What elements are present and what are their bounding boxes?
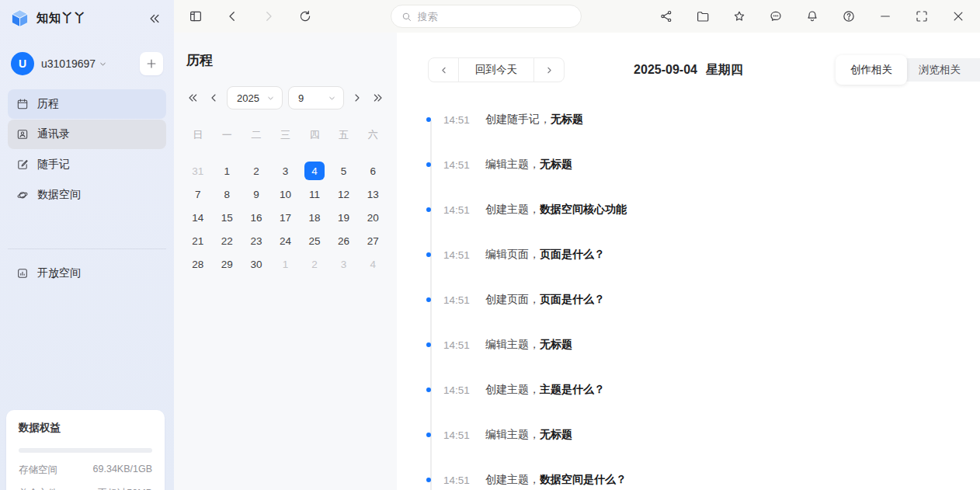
entry-text: 编辑主题，无标题 [485,338,572,352]
calendar-day[interactable]: 4 [300,159,329,182]
calendar-day[interactable]: 9 [242,182,271,206]
feedback-comment-icon[interactable] [766,7,785,26]
timeline-dot-icon [426,387,431,392]
sidebar: 知知丫丫 U u31019697 历程 [0,0,174,490]
user-menu[interactable]: u31019697 [41,57,140,70]
timeline-entry[interactable]: 14:51 创建页面，页面是什么？ [397,277,980,322]
timeline-entry[interactable]: 14:51 编辑主题，无标题 [397,412,980,457]
calendar-day[interactable]: 6 [358,159,387,182]
timeline-entry[interactable]: 14:51 编辑页面，页面是什么？ [397,232,980,277]
next-year-icon[interactable] [370,90,386,106]
calendar-day[interactable]: 2 [242,159,271,182]
calendar-day[interactable]: 2 [300,252,329,276]
sidebar-collapse-icon[interactable] [146,10,163,27]
sidebar-item-label: 开放空间 [37,266,81,280]
calendar-day[interactable]: 12 [329,182,359,206]
timeline-dot-icon [426,297,431,302]
sidebar-item-dataspace[interactable]: 数据空间 [8,180,166,210]
chevron-down-icon [328,94,336,103]
tab-browsing[interactable]: 浏览相关 [907,63,972,77]
sidebar-secondary-menu: 开放空间 [0,259,174,288]
timeline-entry[interactable]: 14:51 编辑主题，无标题 [397,142,980,187]
sidebar-item-quicknotes[interactable]: 随手记 [8,150,166,179]
entry-action: 创建主题， [485,203,540,215]
calendar-day[interactable]: 3 [271,159,301,182]
calendar-day[interactable]: 3 [329,252,359,276]
sidebar-item-contacts[interactable]: 通讯录 [8,120,166,149]
minimize-icon[interactable] [876,7,895,26]
back-icon[interactable] [223,7,242,26]
calendar-day[interactable]: 1 [213,159,242,182]
entry-action: 创建随手记， [485,113,551,125]
favorite-star-icon[interactable] [730,7,749,26]
sidebar-header: 知知丫丫 [0,0,174,35]
timeline-entry[interactable]: 14:51 创建主题，数据空间核心功能 [397,187,980,232]
chart-box-icon [16,267,29,280]
sidebar-item-label: 数据空间 [37,188,81,202]
calendar-day[interactable]: 30 [242,252,271,276]
calendar-day[interactable]: 10 [271,182,301,206]
search-input[interactable] [391,5,582,28]
calendar-day[interactable]: 18 [300,206,329,229]
calendar-day[interactable]: 21 [183,229,213,252]
maximize-icon[interactable] [912,7,931,26]
note-pencil-icon [16,158,29,171]
help-icon[interactable] [839,7,858,26]
calendar-day[interactable]: 24 [271,229,301,252]
calendar-day[interactable]: 27 [358,229,387,252]
refresh-icon[interactable] [296,7,315,26]
share-icon[interactable] [657,7,676,26]
timeline-entry[interactable]: 14:51 创建主题，数据空间是什么？ [397,457,980,490]
entry-time: 14:51 [443,339,476,351]
calendar-day[interactable]: 5 [329,159,359,182]
calendar-day[interactable]: 23 [242,229,271,252]
sidebar-item-label: 通讯录 [37,127,70,141]
calendar-day[interactable]: 13 [358,182,387,206]
tab-creation[interactable]: 创作相关 [836,55,907,85]
timeline-dot-icon [426,207,431,212]
year-select[interactable]: 2025 [227,86,283,109]
month-select[interactable]: 9 [288,86,344,109]
calendar-day[interactable]: 29 [213,252,242,276]
search-field[interactable] [418,11,572,23]
timeline-entry[interactable]: 14:51 创建随手记，无标题 [397,97,980,142]
folder-icon[interactable] [693,7,712,26]
weekday-label: 五 [329,125,359,145]
calendar-day[interactable]: 4 [358,252,387,276]
calendar-day[interactable]: 22 [213,229,242,252]
user-avatar[interactable]: U [11,52,34,75]
sidebar-item-openspace[interactable]: 开放空间 [8,259,166,288]
sidebar-item-journey[interactable]: 历程 [8,89,166,119]
weekday-label: 六 [358,125,387,145]
calendar-day[interactable]: 31 [183,159,213,182]
search-icon [401,11,412,23]
notifications-bell-icon[interactable] [803,7,822,26]
app-title: 知知丫丫 [36,11,146,26]
calendar-day[interactable]: 25 [300,229,329,252]
calendar-day[interactable]: 11 [300,182,329,206]
calendar-day[interactable]: 7 [183,182,213,206]
prev-month-icon[interactable] [206,90,221,106]
timeline-entry[interactable]: 14:51 创建主题，主题是什么？ [397,367,980,412]
timeline-entry[interactable]: 14:51 编辑主题，无标题 [397,322,980,367]
calendar-day[interactable]: 14 [183,206,213,229]
next-month-icon[interactable] [349,90,365,106]
calendar-day[interactable]: 15 [213,206,242,229]
forward-icon[interactable] [259,7,278,26]
entry-time: 14:51 [443,114,476,126]
prev-year-icon[interactable] [185,90,200,106]
calendar-day[interactable]: 8 [213,182,242,206]
calendar-day[interactable]: 26 [329,229,359,252]
calendar-day[interactable]: 28 [183,252,213,276]
calendar-day[interactable]: 16 [242,206,271,229]
calendar-day[interactable]: 19 [329,206,359,229]
entry-action: 编辑主题， [485,338,540,350]
calendar-day[interactable]: 17 [271,206,301,229]
add-button[interactable] [140,52,163,75]
layout-sidebar-icon[interactable] [186,7,205,26]
entry-title: 无标题 [540,338,572,350]
calendar-day[interactable]: 20 [358,206,387,229]
close-icon[interactable] [949,7,968,26]
calendar-day[interactable]: 1 [271,252,301,276]
entry-text: 创建主题，主题是什么？ [485,383,605,397]
